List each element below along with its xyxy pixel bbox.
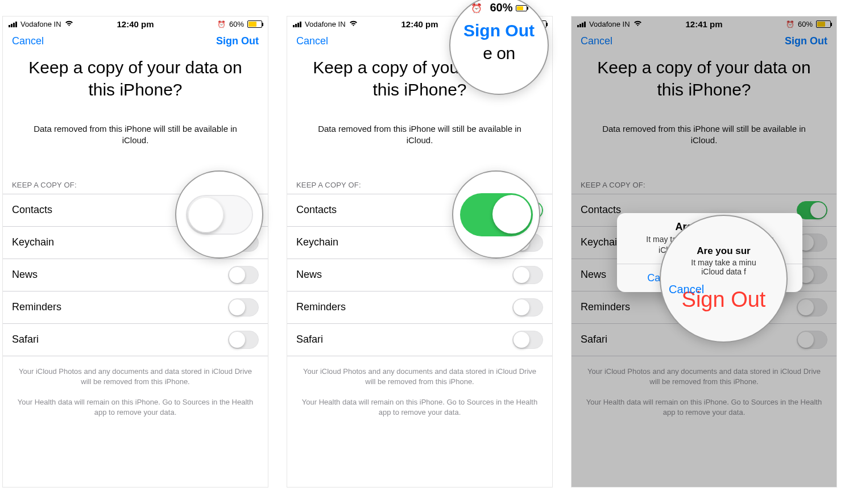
row-label: Keychain bbox=[12, 236, 54, 248]
row-reminders: Reminders bbox=[287, 291, 552, 324]
magnifier-signout-top: ⏰ 60% Sign Out e on bbox=[449, 0, 549, 95]
toggle-reminders[interactable] bbox=[797, 298, 827, 316]
page-subtitle: Data removed from this iPhone will still… bbox=[572, 106, 837, 147]
row-label: Contacts bbox=[581, 204, 621, 216]
row-label: News bbox=[296, 269, 322, 281]
row-label: News bbox=[581, 269, 606, 281]
toggle-news[interactable] bbox=[228, 266, 259, 284]
wifi-icon bbox=[349, 20, 358, 28]
page-title: Keep a copy of your data on this iPhone? bbox=[3, 52, 268, 106]
footer-text-2: Your Health data will remain on this iPh… bbox=[3, 387, 268, 418]
row-reminders: Reminders bbox=[3, 291, 268, 324]
cancel-button[interactable]: Cancel bbox=[12, 35, 44, 47]
carrier-label: Vodafone IN bbox=[20, 20, 61, 28]
nav-bar: Cancel Sign Out bbox=[572, 30, 837, 52]
toggle-contacts[interactable] bbox=[797, 201, 827, 219]
alarm-icon: ⏰ bbox=[786, 20, 794, 28]
row-news: News bbox=[287, 259, 552, 291]
footer-text-1: Your iCloud Photos and any documents and… bbox=[287, 356, 552, 387]
section-header: KEEP A COPY OF: bbox=[572, 147, 837, 194]
page-subtitle: Data removed from this iPhone will still… bbox=[3, 106, 268, 147]
zoom-toggle-on-icon bbox=[460, 193, 533, 236]
row-safari: Safari bbox=[3, 324, 268, 356]
magnifier-toggle-on bbox=[452, 170, 540, 259]
zoom-alert-title: Are you sur bbox=[697, 245, 750, 257]
magnifier-toggle-off bbox=[175, 170, 263, 259]
zoom-partial-label: e on bbox=[483, 44, 515, 63]
row-label: Safari bbox=[12, 334, 39, 345]
cancel-button[interactable]: Cancel bbox=[296, 35, 328, 47]
row-label: Keychain bbox=[581, 236, 623, 248]
row-label: Reminders bbox=[296, 301, 346, 313]
zoom-alert-msg1: It may take a minu bbox=[691, 258, 756, 267]
cancel-button[interactable]: Cancel bbox=[581, 35, 612, 47]
toggle-safari[interactable] bbox=[797, 331, 827, 349]
footer-text-1: Your iCloud Photos and any documents and… bbox=[3, 356, 268, 387]
zoom-cancel-label: Cancel bbox=[669, 283, 704, 296]
zoom-toggle-off-icon bbox=[186, 195, 253, 235]
row-label: Keychain bbox=[296, 236, 338, 248]
status-bar: Vodafone IN 12:40 pm ⏰ 60% bbox=[3, 16, 268, 30]
signal-icon bbox=[293, 22, 301, 27]
carrier-label: Vodafone IN bbox=[589, 20, 630, 28]
clock-label: 12:40 pm bbox=[401, 19, 438, 29]
toggle-news[interactable] bbox=[512, 266, 543, 284]
clock-label: 12:41 pm bbox=[685, 19, 722, 29]
alarm-icon: ⏰ bbox=[471, 3, 482, 13]
signal-icon bbox=[577, 22, 586, 27]
row-label: Reminders bbox=[12, 301, 61, 313]
nav-bar: Cancel Sign Out bbox=[3, 30, 268, 52]
battery-icon bbox=[516, 5, 527, 11]
toggle-reminders[interactable] bbox=[512, 298, 543, 316]
footer-text-1: Your iCloud Photos and any documents and… bbox=[572, 356, 837, 387]
battery-icon bbox=[816, 20, 831, 28]
battery-pct-label: 60% bbox=[229, 20, 244, 28]
zoom-alert-msg2: iCloud data f bbox=[701, 267, 746, 276]
row-label: Contacts bbox=[12, 204, 52, 216]
battery-pct-label: 60% bbox=[798, 20, 813, 28]
magnifier-signout-red: Are you sur It may take a minu iCloud da… bbox=[660, 215, 788, 343]
row-label: Safari bbox=[296, 334, 323, 345]
signout-button[interactable]: Sign Out bbox=[785, 35, 827, 47]
battery-icon bbox=[247, 20, 262, 28]
row-safari: Safari bbox=[287, 324, 552, 356]
page-title: Keep a copy of your data on this iPhone? bbox=[572, 52, 837, 106]
row-label: Reminders bbox=[581, 301, 630, 313]
toggle-safari[interactable] bbox=[512, 331, 543, 349]
wifi-icon bbox=[633, 20, 642, 28]
footer-text-2: Your Health data will remain on this iPh… bbox=[287, 387, 552, 418]
footer-text-2: Your Health data will remain on this iPh… bbox=[572, 387, 837, 418]
signal-icon bbox=[9, 22, 17, 27]
status-bar: Vodafone IN 12:41 pm ⏰ 60% bbox=[572, 16, 837, 30]
row-news: News bbox=[3, 259, 268, 291]
battery-pct-label: 60% bbox=[490, 1, 512, 14]
toggle-reminders[interactable] bbox=[228, 298, 259, 316]
alarm-icon: ⏰ bbox=[217, 20, 226, 28]
wifi-icon bbox=[65, 20, 73, 28]
toggle-safari[interactable] bbox=[228, 331, 259, 349]
row-label: Safari bbox=[581, 334, 607, 345]
carrier-label: Vodafone IN bbox=[305, 20, 346, 28]
clock-label: 12:40 pm bbox=[117, 19, 154, 29]
row-label: Contacts bbox=[296, 204, 337, 216]
page-subtitle: Data removed from this iPhone will still… bbox=[287, 106, 552, 147]
signout-button[interactable]: Sign Out bbox=[216, 35, 259, 47]
row-label: News bbox=[12, 269, 38, 281]
zoom-signout-label: Sign Out bbox=[463, 21, 535, 40]
